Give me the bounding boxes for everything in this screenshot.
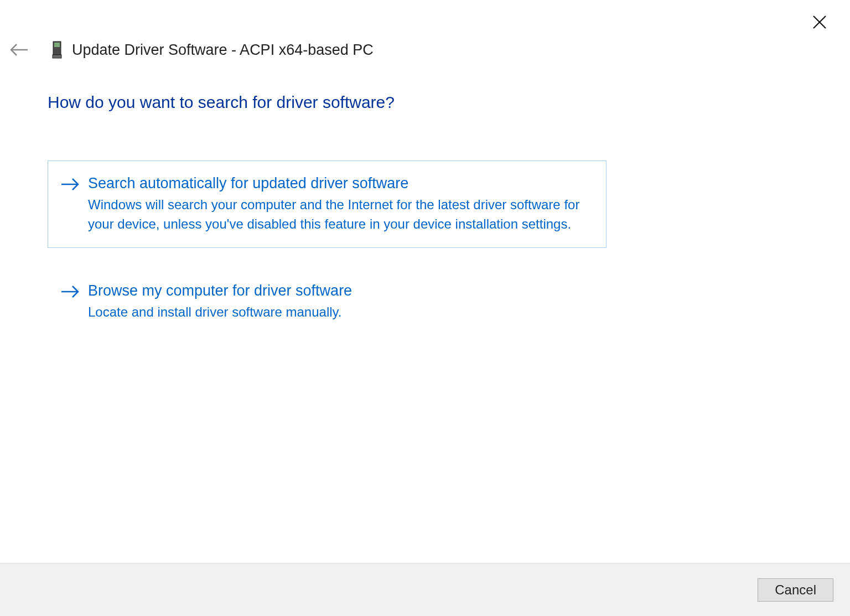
arrow-right-icon [60,285,80,301]
back-button[interactable] [7,40,31,60]
dialog-heading: How do you want to search for driver sof… [48,93,607,112]
svg-rect-5 [53,55,61,58]
option-description: Locate and install driver software manua… [88,303,589,322]
option-search-automatically[interactable]: Search automatically for updated driver … [48,161,607,248]
svg-rect-4 [54,43,60,47]
option-text: Browse my computer for driver software L… [88,281,589,322]
option-title: Search automatically for updated driver … [88,173,589,193]
back-arrow-icon [9,42,29,58]
dialog-content: How do you want to search for driver sof… [48,93,607,356]
dialog-header: Update Driver Software - ACPI x64-based … [7,40,374,60]
option-text: Search automatically for updated driver … [88,173,589,234]
close-icon [812,15,827,29]
dialog-footer: Cancel [0,563,850,616]
close-button[interactable] [806,11,833,37]
cancel-button[interactable]: Cancel [758,578,833,602]
option-title: Browse my computer for driver software [88,281,589,301]
option-browse-computer[interactable]: Browse my computer for driver software L… [48,268,607,336]
option-description: Windows will search your computer and th… [88,195,589,234]
device-icon [52,41,62,59]
dialog-title: Update Driver Software - ACPI x64-based … [72,42,374,59]
arrow-right-icon [60,178,80,193]
